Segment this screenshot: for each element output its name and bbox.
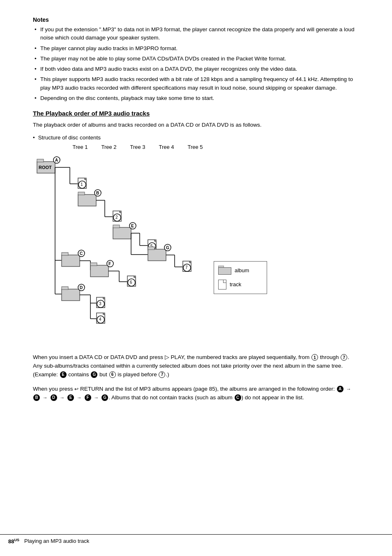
svg-text:F: F [108,262,111,266]
svg-rect-49 [90,263,97,266]
svg-rect-78 [62,289,80,301]
legend-track-item: track [218,280,258,290]
svg-rect-64 [148,247,154,250]
note-item-6: Depending on the disc contents, playback… [33,94,359,102]
tree-label-3: Tree 3 [123,144,152,150]
legend: album track [214,261,267,294]
svg-rect-42 [62,255,80,266]
svg-rect-14 [78,195,96,206]
paragraph-1: When you insert a DATA CD or DATA DVD an… [33,353,359,379]
section-intro: The playback order of albums and tracks … [33,121,359,130]
note-item-2: The player cannot play audio tracks in M… [33,44,359,53]
svg-rect-15 [78,192,85,195]
svg-text:G: G [166,246,169,250]
svg-text:E: E [131,224,134,228]
footer-text: Playing an MP3 audio track [24,538,89,544]
note-item-5: This player supports MP3 audio tracks re… [33,75,359,92]
svg-text:2: 2 [115,215,118,220]
svg-rect-43 [62,253,68,255]
svg-text:ROOT: ROOT [39,165,52,170]
svg-text:7: 7 [185,265,188,270]
legend-track-icon [218,280,226,290]
svg-rect-48 [90,265,108,277]
svg-rect-79 [62,287,68,290]
paragraph-2: When you press ↩ RETURN and the list of … [33,385,359,402]
legend-album-icon [218,266,231,276]
page: Notes If you put the extension ".MP3" to… [0,0,392,556]
svg-text:A: A [55,158,58,162]
tree-label-2: Tree 2 [95,144,123,150]
svg-rect-2 [37,159,44,162]
notes-list: If you put the extension ".MP3" to data … [33,25,359,102]
tree-diagram: ROOT A 1 [33,154,271,343]
structure-label-text: Structure of disc contents [38,134,101,141]
section-heading: The Playback order of MP3 audio tracks [33,110,359,117]
svg-text:6: 6 [130,280,132,285]
svg-text:3: 3 [99,301,101,306]
tree-label-1: Tree 1 [66,144,95,150]
legend-track-label: track [230,281,241,287]
svg-text:D: D [80,285,83,290]
svg-text:4: 4 [99,317,101,322]
tree-label-4: Tree 4 [152,144,181,150]
page-footer: 88US Playing an MP3 audio track [0,534,392,548]
note-item-3: The player may not be able to play some … [33,55,359,63]
tree-labels: Tree 1 Tree 2 Tree 3 Tree 4 Tree 5 [66,144,359,150]
page-number: 88US [8,538,19,544]
svg-rect-27 [113,227,131,239]
svg-text:C: C [80,251,83,256]
notes-heading: Notes [33,16,359,23]
svg-rect-63 [148,249,166,261]
diagram-container: ROOT A 1 [33,154,271,343]
diagram-area: ROOT A 1 [33,154,359,343]
tree-label-5: Tree 5 [181,144,210,150]
notes-section: Notes If you put the extension ".MP3" to… [33,16,359,102]
svg-text:B: B [96,191,99,195]
note-item-1: If you put the extension ".MP3" to data … [33,25,359,42]
legend-album-item: album [218,266,258,276]
legend-album-label: album [235,267,249,273]
svg-rect-28 [113,225,120,228]
structure-label: Structure of disc contents [33,134,359,141]
note-item-4: If both video data and MP3 audio tracks … [33,65,359,73]
svg-text:1: 1 [81,182,83,187]
